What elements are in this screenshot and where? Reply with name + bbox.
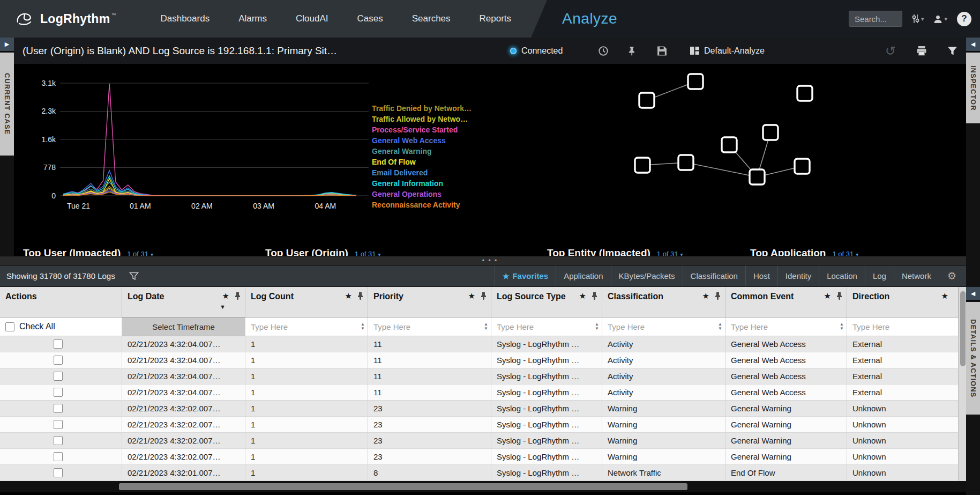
legend-item[interactable]: General Warning — [372, 147, 432, 156]
tab-network[interactable]: Network — [894, 265, 939, 286]
legend-item[interactable]: General Operations — [372, 190, 442, 198]
node-link-graph[interactable] — [605, 70, 964, 255]
logrhythm-brand[interactable]: LogRhythm ™ — [14, 9, 116, 28]
panel-splitter[interactable]: • • • — [0, 256, 980, 265]
tab-log[interactable]: Log — [865, 265, 894, 286]
sort-desc-indicator[interactable]: ▼ — [220, 304, 226, 310]
print-button[interactable] — [916, 46, 927, 56]
pin-column-icon[interactable] — [357, 292, 363, 300]
column-header-common-event[interactable]: Common Event ★ — [725, 287, 847, 317]
row-checkbox[interactable] — [54, 404, 63, 413]
nav-analyze-active[interactable]: Analyze — [562, 10, 617, 27]
tab-identity[interactable]: Identity — [777, 265, 819, 286]
row-checkbox[interactable] — [54, 452, 63, 461]
inspector-expand-button[interactable]: ◀ — [966, 38, 980, 51]
column-sort-spinner[interactable]: ▲▼ — [840, 322, 844, 331]
pin-column-icon[interactable] — [235, 292, 241, 300]
undo-button[interactable]: ↺ — [885, 46, 896, 56]
favorite-star-icon[interactable]: ★ — [702, 291, 709, 301]
time-range-button[interactable] — [598, 46, 609, 56]
display-options-button[interactable]: ▾ — [912, 14, 924, 24]
direction-filter-input[interactable] — [852, 322, 958, 331]
tab-kbytes-packets[interactable]: KBytes/Packets — [611, 265, 683, 286]
column-header-actions[interactable]: Actions — [0, 287, 122, 317]
widget-pager[interactable]: 1 of 31 — [657, 250, 678, 256]
row-checkbox[interactable] — [54, 468, 63, 477]
legend-item[interactable]: General Web Access — [372, 136, 446, 145]
widget-pager[interactable]: 1 of 31 — [127, 250, 148, 256]
nav-cloudai[interactable]: CloudAI — [281, 0, 342, 38]
current-case-tab[interactable]: CURRENT CASE — [0, 53, 14, 156]
current-case-expand-button[interactable]: ▶ — [0, 38, 14, 51]
log-count-filter-input[interactable] — [251, 322, 360, 331]
legend-item[interactable]: Process/Service Started — [372, 125, 458, 134]
favorite-star-icon[interactable]: ★ — [824, 291, 831, 301]
grid-settings-gear-icon[interactable]: ⚙ — [947, 270, 956, 282]
nav-cases[interactable]: Cases — [343, 0, 398, 38]
favorite-star-icon[interactable]: ★ — [941, 291, 948, 301]
legend-item[interactable]: Traffic Denied by Network… — [372, 104, 472, 113]
row-checkbox[interactable] — [54, 388, 63, 397]
legend-item[interactable]: Email Delivered — [372, 168, 428, 177]
table-row[interactable]: 02/21/2023 4:32:02.007… 1 23 Syslog - Lo… — [0, 401, 966, 417]
favorite-star-icon[interactable]: ★ — [468, 291, 475, 301]
widget-pager[interactable]: 1 of 31 — [832, 250, 854, 256]
column-header-classification[interactable]: Classification ★ — [602, 287, 725, 317]
table-row[interactable]: 02/21/2023 4:32:04.007… 1 11 Syslog - Lo… — [0, 336, 966, 352]
nav-reports[interactable]: Reports — [465, 0, 526, 38]
table-row[interactable]: 02/21/2023 4:32:04.007… 1 11 Syslog - Lo… — [0, 385, 966, 401]
pin-column-icon[interactable] — [715, 292, 721, 300]
column-sort-spinner[interactable]: ▲▼ — [595, 322, 599, 331]
table-vertical-scrollbar[interactable] — [959, 287, 966, 481]
save-search-button[interactable] — [657, 46, 667, 56]
nav-searches[interactable]: Searches — [398, 0, 465, 38]
details-actions-tab[interactable]: DETAILS & ACTIONS — [966, 302, 980, 415]
nav-dashboards[interactable]: Dashboards — [146, 0, 224, 38]
column-sort-spinner[interactable]: ▲▼ — [718, 322, 722, 331]
column-sort-spinner[interactable]: ▲▼ — [361, 322, 365, 331]
favorite-star-icon[interactable]: ★ — [222, 291, 229, 301]
log-source-type-filter-input[interactable] — [497, 322, 594, 331]
favorite-star-icon[interactable]: ★ — [579, 291, 586, 301]
details-actions-expand-button[interactable]: ◀ — [966, 287, 980, 301]
inspector-tab[interactable]: INSPECTOR — [966, 53, 980, 123]
tab-favorites[interactable]: ★ Favorites — [495, 265, 556, 286]
tab-host[interactable]: Host — [745, 265, 777, 286]
table-row[interactable]: 02/21/2023 4:32:04.007… 1 11 Syslog - Lo… — [0, 352, 966, 368]
row-checkbox[interactable] — [54, 339, 63, 349]
table-row[interactable]: 02/21/2023 4:32:02.007… 1 23 Syslog - Lo… — [0, 449, 966, 465]
tab-classification[interactable]: Classification — [683, 265, 745, 286]
classification-filter-input[interactable] — [608, 322, 717, 331]
table-row[interactable]: 02/21/2023 4:32:02.007… 1 23 Syslog - Lo… — [0, 417, 966, 433]
row-checkbox[interactable] — [54, 436, 63, 445]
legend-item[interactable]: Traffic Allowed by Netwo… — [372, 115, 468, 123]
layout-selector[interactable]: Default-Analyze — [690, 46, 765, 56]
row-checkbox[interactable] — [54, 356, 63, 365]
user-menu-button[interactable]: ▾ — [933, 14, 947, 24]
table-row[interactable]: 02/21/2023 4:32:04.007… 1 11 Syslog - Lo… — [0, 368, 966, 385]
row-checkbox[interactable] — [54, 420, 63, 429]
column-header-log-date[interactable]: Log Date ★ ▼ — [122, 287, 245, 317]
check-all-checkbox[interactable] — [5, 322, 14, 331]
column-header-direction[interactable]: Direction ★ — [847, 287, 959, 317]
legend-item[interactable]: End Of Flow — [372, 158, 416, 166]
column-header-priority[interactable]: Priority ★ — [368, 287, 491, 317]
filter-button[interactable] — [947, 46, 957, 55]
horizontal-scrollbar[interactable] — [0, 481, 980, 492]
horizontal-scroll-thumb[interactable] — [119, 483, 687, 490]
widget-pager[interactable]: 1 of 31 — [355, 250, 376, 256]
priority-filter-input[interactable] — [373, 322, 483, 331]
pin-column-icon[interactable] — [592, 292, 597, 300]
row-checkbox[interactable] — [54, 372, 63, 381]
pin-column-icon[interactable] — [481, 292, 487, 300]
pin-column-icon[interactable] — [836, 292, 842, 300]
search-input[interactable] — [849, 11, 902, 27]
column-sort-spinner[interactable]: ▲▼ — [484, 322, 488, 331]
tab-application[interactable]: Application — [556, 265, 610, 286]
legend-item[interactable]: Reconnaissance Activity — [372, 201, 460, 209]
table-row[interactable]: 02/21/2023 4:32:02.007… 1 23 Syslog - Lo… — [0, 433, 966, 449]
pin-search-button[interactable] — [627, 46, 637, 56]
nav-alarms[interactable]: Alarms — [224, 0, 281, 38]
tab-location[interactable]: Location — [819, 265, 865, 286]
legend-item[interactable]: General Information — [372, 179, 443, 188]
